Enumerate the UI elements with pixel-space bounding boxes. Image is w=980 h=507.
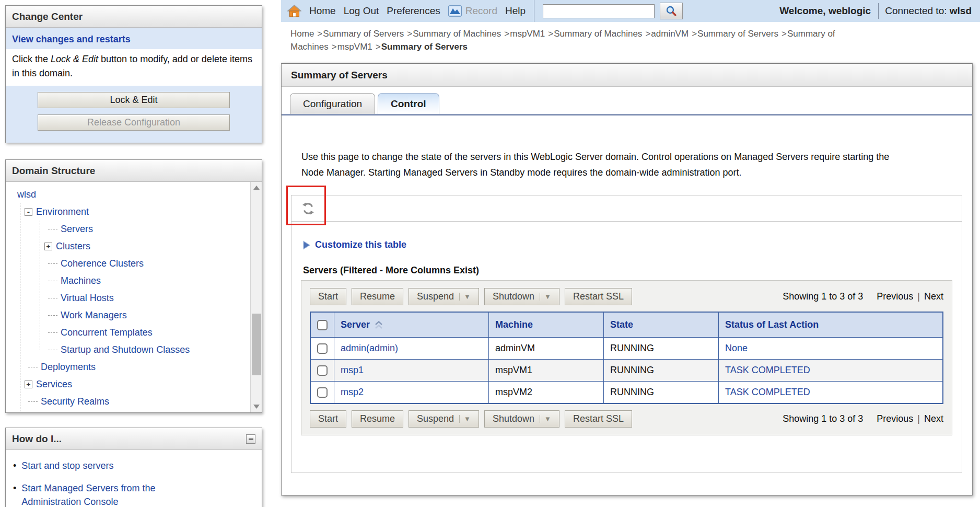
table-toolbar-top: Start Resume Suspend▼ Shutdown▼ Restart … <box>310 288 943 305</box>
previous-link[interactable]: Previous <box>877 413 913 424</box>
tree-item-environment[interactable]: -Environment <box>14 203 262 221</box>
tree-item-virtual-hosts[interactable]: Virtual Hosts <box>14 290 262 307</box>
server-link[interactable]: msp1 <box>341 365 364 375</box>
shutdown-button[interactable]: Shutdown▼ <box>484 410 559 428</box>
select-all-checkbox[interactable] <box>317 320 328 330</box>
tree-item-startup-shutdown-classes[interactable]: Startup and Shutdown Classes <box>14 341 262 359</box>
domain-name: wlsd <box>950 5 972 16</box>
next-link[interactable]: Next <box>924 291 943 302</box>
tree-item-clusters[interactable]: +Clusters <box>14 238 262 255</box>
refresh-icon[interactable] <box>301 201 316 216</box>
left-column: Change Center View changes and restarts … <box>5 5 262 507</box>
tree-item-deployments[interactable]: Deployments <box>14 359 262 376</box>
restart-ssl-button[interactable]: Restart SSL <box>565 410 632 428</box>
breadcrumb-link[interactable]: adminVM <box>651 29 689 39</box>
column-server[interactable]: Server <box>341 319 370 330</box>
machine-cell: mspVM1 <box>489 360 604 382</box>
suspend-button[interactable]: Suspend▼ <box>409 288 479 305</box>
row-checkbox[interactable] <box>317 387 328 398</box>
dropdown-caret-icon: ▼ <box>459 415 471 423</box>
pagination-separator: | <box>917 413 920 424</box>
tree-item-machines[interactable]: Machines <box>14 272 262 290</box>
breadcrumb-link[interactable]: Summary of Machines <box>413 29 501 39</box>
view-changes-link[interactable]: View changes and restarts <box>12 34 131 44</box>
tree-item-services[interactable]: +Services <box>14 376 262 393</box>
refresh-bar <box>291 195 962 222</box>
breadcrumb-link[interactable]: mspVM1 <box>510 29 545 39</box>
home-icon[interactable] <box>287 5 301 18</box>
nav-preferences-link[interactable]: Preferences <box>387 5 440 17</box>
expand-toggle-icon[interactable]: + <box>25 381 32 388</box>
pagination-top: Showing 1 to 3 of 3 Previous | Next <box>783 291 943 302</box>
connected-to-text: Connected to: wlsd <box>885 5 972 17</box>
tree-item-coherence-clusters[interactable]: Coherence Clusters <box>14 255 262 272</box>
domain-tree: wlsd -Environment Servers +Clusters Cohe… <box>6 182 262 412</box>
welcome-text: Welcome, weblogic <box>779 5 871 17</box>
status-link[interactable]: None <box>725 343 748 353</box>
resume-button[interactable]: Resume <box>352 288 403 305</box>
nav-help-link[interactable]: Help <box>505 5 526 17</box>
row-checkbox[interactable] <box>317 343 328 354</box>
tree-item-wlsd[interactable]: wlsd <box>14 186 262 203</box>
disclosure-triangle-icon[interactable] <box>303 240 310 250</box>
sort-ascending-icon[interactable] <box>374 321 383 329</box>
breadcrumb-current: Summary of Servers <box>381 42 468 52</box>
record-icon <box>448 5 462 17</box>
nav-logout-link[interactable]: Log Out <box>344 5 379 17</box>
server-link[interactable]: msp2 <box>341 387 364 397</box>
restart-ssl-button[interactable]: Restart SSL <box>565 288 632 305</box>
nav-home-link[interactable]: Home <box>309 5 336 17</box>
table-header-row: Server Machine State Status of Last Acti… <box>310 312 943 338</box>
page-description: Use this page to change the state of the… <box>301 149 892 180</box>
table-row: msp1 mspVM1 RUNNING TASK COMPLETED <box>310 360 943 382</box>
scrollbar-thumb[interactable] <box>252 314 261 375</box>
breadcrumb-link[interactable]: Summary of Servers <box>697 29 778 39</box>
column-machine[interactable]: Machine <box>489 312 604 338</box>
how-do-i-list: •Start and stop servers •Start Managed S… <box>13 459 262 507</box>
tree-scrollbar[interactable] <box>250 182 262 412</box>
record-label: Record <box>465 5 497 17</box>
scroll-up-arrow[interactable] <box>251 183 262 192</box>
breadcrumb-link[interactable]: Summary of Machines <box>554 29 642 39</box>
start-stop-servers-link[interactable]: Start and stop servers <box>21 459 113 473</box>
tree-item-concurrent-templates[interactable]: Concurrent Templates <box>14 324 262 341</box>
pagination-separator: | <box>917 291 920 302</box>
scroll-down-arrow[interactable] <box>251 402 262 411</box>
start-managed-servers-link[interactable]: Start Managed Servers from the Administr… <box>21 481 189 507</box>
resume-button[interactable]: Resume <box>352 410 403 428</box>
tab-control[interactable]: Control <box>378 93 439 114</box>
bullet-dot: • <box>13 481 16 507</box>
suspend-button[interactable]: Suspend▼ <box>409 410 479 428</box>
previous-link[interactable]: Previous <box>877 291 913 302</box>
search-button[interactable] <box>660 3 683 19</box>
servers-table: Server Machine State Status of Last Acti… <box>310 312 943 404</box>
customize-this-table-link[interactable]: Customize this table <box>315 239 406 250</box>
collapse-panel-button[interactable] <box>246 434 255 444</box>
tree-item-servers[interactable]: Servers <box>14 221 262 238</box>
row-checkbox[interactable] <box>317 365 328 376</box>
status-link[interactable]: TASK COMPLETED <box>725 365 810 375</box>
tree-item-work-managers[interactable]: Work Managers <box>14 307 262 324</box>
server-link[interactable]: admin(admin) <box>341 343 398 353</box>
next-link[interactable]: Next <box>924 413 943 424</box>
tree-item-security-realms[interactable]: Security Realms <box>14 393 262 410</box>
column-state[interactable]: State <box>604 312 719 338</box>
breadcrumb-link[interactable]: Home <box>290 29 314 39</box>
tree-item-interoperability[interactable]: +Interoperability <box>14 410 262 412</box>
how-do-i-panel: How do I... •Start and stop servers •Sta… <box>5 428 262 507</box>
tab-configuration[interactable]: Configuration <box>290 93 375 114</box>
table-toolbar-bottom: Start Resume Suspend▼ Shutdown▼ Restart … <box>310 410 943 428</box>
collapse-toggle-icon[interactable]: - <box>25 208 32 216</box>
status-link[interactable]: TASK COMPLETED <box>725 387 810 397</box>
lock-and-edit-button[interactable]: Lock & Edit <box>38 92 230 108</box>
start-button[interactable]: Start <box>310 288 346 305</box>
column-status-of-last-action[interactable]: Status of Last Action <box>719 312 943 338</box>
breadcrumb-link[interactable]: Summary of Servers <box>323 29 404 39</box>
expand-toggle-icon[interactable]: + <box>44 243 52 250</box>
breadcrumb-link[interactable]: mspVM1 <box>337 42 372 52</box>
list-item: •Start and stop servers <box>13 459 262 473</box>
shutdown-button[interactable]: Shutdown▼ <box>484 288 559 305</box>
release-configuration-button[interactable]: Release Configuration <box>38 114 230 131</box>
start-button[interactable]: Start <box>310 410 346 428</box>
search-input[interactable] <box>543 4 655 18</box>
